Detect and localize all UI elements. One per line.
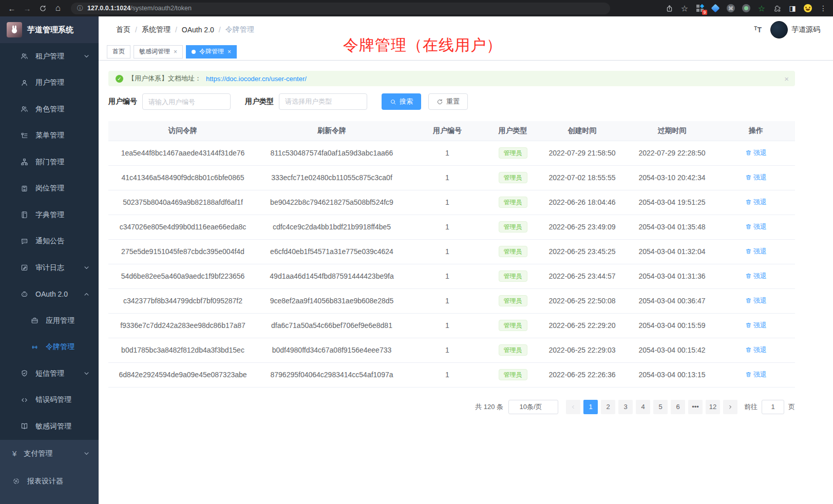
user-menu[interactable]: 芋道源码 [770, 21, 824, 38]
sidebar-item-岗位管理[interactable]: 岗位管理 [0, 176, 99, 202]
access-token-cell: c347026e805e4d99b0d116eae66eda8c [108, 215, 257, 239]
emoji-icon[interactable] [803, 4, 812, 13]
page-button-2[interactable]: 2 [601, 400, 615, 414]
forward-icon[interactable]: → [21, 2, 34, 15]
sidebar-item-审计日志[interactable]: 审计日志 [0, 255, 99, 281]
force-logout-button[interactable]: 强退 [745, 321, 767, 330]
tab-令牌管理[interactable]: 令牌管理× [186, 45, 237, 59]
page-ellipsis[interactable]: ••• [688, 400, 703, 414]
command-icon[interactable]: ⌘ [726, 4, 735, 13]
puzzle-icon[interactable] [772, 4, 782, 13]
share-icon[interactable] [665, 4, 674, 13]
page-button-1[interactable]: 1 [583, 400, 598, 414]
alert-text: 【用户体系】文档地址： [128, 74, 201, 83]
close-icon[interactable]: × [174, 48, 177, 55]
sidebar-item-短信管理[interactable]: 短信管理 [0, 360, 99, 387]
sidebar-item-角色管理[interactable]: 角色管理 [0, 96, 99, 123]
home-icon[interactable]: ⌂ [51, 2, 65, 15]
force-logout-button[interactable]: 强退 [745, 370, 767, 379]
force-logout-button[interactable]: 强退 [745, 272, 767, 281]
extension-grid-icon[interactable]: 9 [695, 4, 705, 13]
breadcrumb-item[interactable]: OAuth 2.0 [182, 26, 214, 34]
sidebar-item-支付管理[interactable]: ¥支付管理 [0, 440, 99, 468]
app-logo[interactable]: 芋道管理系统 [0, 16, 99, 43]
briefcase-icon [31, 317, 39, 324]
sidebar-item-OAuth 2.0[interactable]: OAuth 2.0 [0, 281, 99, 308]
column-header: 操作 [717, 121, 795, 141]
user-icon [21, 79, 28, 87]
bookmark-star-icon[interactable]: ☆ [680, 4, 689, 13]
force-logout-button[interactable]: 强退 [745, 296, 767, 305]
sidebar-item-部门管理[interactable]: 部门管理 [0, 149, 99, 176]
sidebar-item-用户管理[interactable]: 用户管理 [0, 70, 99, 96]
force-logout-button[interactable]: 强退 [745, 173, 767, 182]
sidebar-item-菜单管理[interactable]: 菜单管理 [0, 123, 99, 149]
force-logout-label: 强退 [753, 321, 767, 330]
sidebar-item-租户管理[interactable]: 租户管理 [0, 43, 99, 70]
breadcrumb-item[interactable]: 首页 [116, 25, 130, 34]
force-logout-button[interactable]: 强退 [745, 148, 767, 158]
page-button-12[interactable]: 12 [706, 400, 720, 414]
green-star-icon[interactable]: ☆ [757, 4, 766, 13]
sidebar: 芋道管理系统 租户管理用户管理角色管理菜单管理部门管理岗位管理字典管理通知公告审… [0, 16, 99, 504]
record-icon[interactable] [742, 4, 751, 13]
user-id-cell: 1 [406, 165, 488, 190]
page-button-3[interactable]: 3 [618, 400, 633, 414]
force-logout-label: 强退 [753, 370, 767, 379]
reset-button[interactable]: 重置 [428, 93, 468, 110]
user-id-cell: 1 [406, 288, 488, 313]
tab-首页[interactable]: 首页 [107, 45, 130, 59]
next-page-button[interactable] [723, 400, 737, 414]
page-button-6[interactable]: 6 [671, 400, 685, 414]
sidebar-item-通知公告[interactable]: 通知公告 [0, 228, 99, 255]
breadcrumb-item[interactable]: 系统管理 [142, 25, 171, 34]
access-token-cell: f9336e7c7dd242a283ee98dc86b17a87 [108, 313, 257, 338]
user-type-label: 用户类型 [245, 97, 274, 106]
close-icon[interactable]: × [784, 74, 789, 83]
table-row: 275e5de9151045fe87cbdc395e004f4de6cfd40e… [108, 239, 795, 264]
user-id-input[interactable] [142, 93, 231, 110]
refresh-icon[interactable] [36, 2, 49, 15]
halfsquare-icon[interactable]: ◨ [788, 4, 797, 13]
create-time-cell: 2022-06-25 23:45:25 [537, 239, 627, 264]
sidebar-item-敏感词管理[interactable]: 敏感词管理 [0, 413, 99, 440]
user-avatar[interactable] [770, 21, 788, 38]
sidebar-item-应用管理[interactable]: 应用管理 [0, 307, 99, 334]
sidebar-item-字典管理[interactable]: 字典管理 [0, 202, 99, 228]
font-size-icon[interactable]: TT [754, 26, 762, 34]
user-type-select[interactable]: 请选择用户类型 [279, 93, 367, 110]
tab-敏感词管理[interactable]: 敏感词管理× [134, 45, 183, 59]
kebab-menu-icon[interactable]: ⋮ [819, 4, 828, 13]
yen-icon: ¥ [12, 449, 16, 458]
table-row: 6d842e2924594de9a09e45e087323abe8796295f… [108, 362, 795, 387]
force-logout-button[interactable]: 强退 [745, 345, 767, 355]
trash-icon [745, 223, 752, 230]
force-logout-label: 强退 [753, 173, 767, 182]
create-time-cell: 2022-06-25 22:50:08 [537, 288, 627, 313]
address-bar[interactable]: ⓘ 127.0.0.1:1024/system/oauth2/token [71, 3, 610, 14]
sidebar-item-报表设计器[interactable]: 报表设计器 [0, 468, 99, 495]
close-icon[interactable]: × [228, 48, 231, 55]
gem-icon[interactable] [711, 4, 720, 13]
user-type-badge: 管理员 [499, 270, 527, 282]
search-button[interactable]: 搜索 [382, 93, 421, 110]
org-icon [21, 158, 28, 166]
page-size-select[interactable]: 10条/页 [508, 400, 558, 414]
access-token-cell: 275e5de9151045fe87cbdc395e004f4d [108, 239, 257, 264]
force-logout-button[interactable]: 强退 [745, 198, 767, 207]
alert-doc-link[interactable]: https://doc.iocoder.cn/user-center/ [206, 75, 307, 83]
info-icon[interactable]: ⓘ [77, 4, 83, 13]
goto-page-input[interactable] [762, 400, 784, 414]
force-logout-button[interactable]: 强退 [745, 222, 767, 231]
back-icon[interactable]: ← [5, 2, 18, 15]
user-type-placeholder: 请选择用户类型 [285, 97, 332, 106]
sidebar-item-label: 审计日志 [35, 263, 64, 273]
dict-icon [21, 211, 28, 219]
prev-page-button[interactable] [566, 400, 580, 414]
page-button-5[interactable]: 5 [653, 400, 668, 414]
force-logout-button[interactable]: 强退 [745, 247, 767, 256]
sidebar-item-错误码管理[interactable]: 错误码管理 [0, 387, 99, 414]
page-button-4[interactable]: 4 [636, 400, 650, 414]
sidebar-item-令牌管理[interactable]: 令牌管理 [0, 334, 99, 361]
force-logout-label: 强退 [753, 148, 767, 158]
